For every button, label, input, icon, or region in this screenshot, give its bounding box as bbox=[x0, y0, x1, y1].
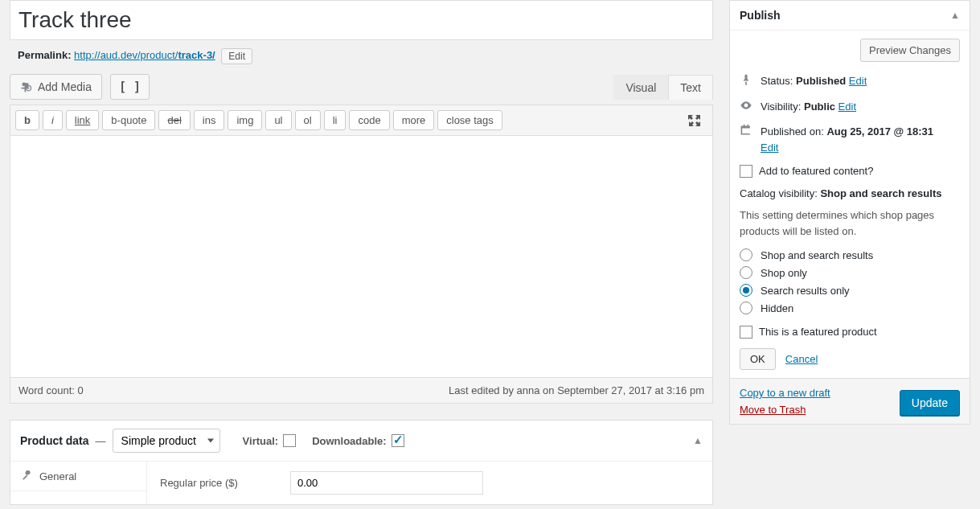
virtual-checkbox[interactable] bbox=[283, 434, 296, 447]
edit-permalink-button[interactable]: Edit bbox=[221, 48, 252, 64]
regular-price-input[interactable] bbox=[290, 471, 483, 495]
tool-bquote[interactable]: b-quote bbox=[102, 110, 155, 130]
radio-label: Shop only bbox=[761, 267, 807, 279]
catalog-visibility-label: Catalog visibility: bbox=[740, 187, 818, 199]
featured-content-label: Add to featured content? bbox=[759, 165, 873, 177]
edit-status-link[interactable]: Edit bbox=[849, 75, 867, 87]
tab-visual[interactable]: Visual bbox=[613, 75, 668, 100]
fullscreen-icon[interactable] bbox=[687, 113, 703, 129]
pin-icon bbox=[740, 73, 754, 88]
cancel-link[interactable]: Cancel bbox=[785, 353, 818, 365]
radio-label: Search results only bbox=[761, 285, 850, 297]
catalog-radio-option[interactable]: Shop only bbox=[740, 266, 960, 279]
tool-more[interactable]: more bbox=[393, 110, 435, 130]
tool-ul[interactable]: ul bbox=[265, 110, 291, 130]
radio-icon[interactable] bbox=[740, 302, 752, 314]
regular-price-label: Regular price ($) bbox=[160, 477, 281, 489]
featured-product-checkbox[interactable] bbox=[740, 326, 752, 339]
publish-box: Publish ▲ Preview Changes Status: Publis… bbox=[729, 0, 970, 425]
ok-button[interactable]: OK bbox=[740, 348, 776, 370]
catalog-visibility-value: Shop and search results bbox=[820, 187, 941, 199]
product-data-box: Product data — Simple product Virtual: D… bbox=[10, 420, 713, 505]
catalog-radio-option[interactable]: Hidden bbox=[740, 302, 960, 314]
add-media-label: Add Media bbox=[38, 80, 92, 93]
downloadable-checkbox[interactable] bbox=[392, 434, 404, 447]
permalink-link[interactable]: http://aud.dev/product/track-3/ bbox=[74, 49, 215, 61]
media-icon bbox=[20, 80, 33, 93]
tool-bold[interactable]: b bbox=[15, 110, 39, 130]
visibility-value: Public bbox=[804, 101, 835, 113]
tool-ol[interactable]: ol bbox=[295, 110, 321, 130]
publish-heading: Publish bbox=[740, 9, 781, 22]
visibility-label: Visibility: bbox=[761, 101, 801, 113]
catalog-radio-option[interactable]: Shop and search results bbox=[740, 248, 960, 261]
eye-icon bbox=[740, 99, 754, 114]
content-textarea[interactable] bbox=[10, 136, 712, 377]
featured-product-label: This is a featured product bbox=[759, 326, 877, 338]
edit-date-link[interactable]: Edit bbox=[761, 142, 778, 154]
svg-point-0 bbox=[22, 82, 26, 86]
update-button[interactable]: Update bbox=[900, 390, 960, 416]
tool-li[interactable]: li bbox=[324, 110, 346, 130]
published-label: Published on: bbox=[761, 125, 824, 138]
tool-close-tags[interactable]: close tags bbox=[437, 110, 502, 130]
calendar-icon bbox=[740, 124, 754, 139]
wrench-icon bbox=[20, 470, 33, 482]
status-value: Published bbox=[796, 75, 846, 87]
collapse-icon[interactable]: ▲ bbox=[950, 10, 960, 21]
tool-italic[interactable]: i bbox=[43, 110, 63, 130]
distraction-free-button[interactable]: [ ] bbox=[110, 74, 150, 100]
permalink-label: Permalink: bbox=[18, 49, 71, 61]
tool-img[interactable]: img bbox=[228, 110, 262, 130]
product-data-heading: Product data bbox=[20, 434, 89, 447]
radio-icon[interactable] bbox=[740, 248, 752, 261]
product-type-select[interactable]: Simple product bbox=[113, 429, 220, 453]
catalog-visibility-desc: This setting determines which shop pages… bbox=[740, 207, 960, 239]
status-label: Status: bbox=[761, 75, 793, 87]
add-media-button[interactable]: Add Media bbox=[10, 74, 102, 100]
word-count-label: Word count: 0 bbox=[18, 384, 84, 396]
virtual-option[interactable]: Virtual: bbox=[243, 434, 297, 447]
copy-draft-link[interactable]: Copy to a new draft bbox=[740, 387, 830, 399]
tool-del[interactable]: del bbox=[158, 110, 190, 130]
tab-text[interactable]: Text bbox=[668, 75, 713, 100]
tool-code[interactable]: code bbox=[349, 110, 389, 130]
collapse-icon[interactable]: ▲ bbox=[693, 435, 703, 446]
downloadable-option[interactable]: Downloadable: bbox=[312, 434, 404, 447]
published-value: Aug 25, 2017 @ 18:31 bbox=[826, 125, 933, 138]
tool-link[interactable]: link bbox=[66, 110, 100, 130]
radio-icon[interactable] bbox=[740, 266, 752, 279]
post-title-input[interactable] bbox=[10, 0, 713, 40]
editor-box: b i link b-quote del ins img ul ol li co… bbox=[10, 105, 713, 404]
catalog-radio-option[interactable]: Search results only bbox=[740, 284, 960, 297]
tool-ins[interactable]: ins bbox=[194, 110, 225, 130]
featured-content-checkbox[interactable] bbox=[740, 165, 752, 178]
last-edited-label: Last edited by anna on September 27, 201… bbox=[449, 384, 704, 396]
radio-label: Shop and search results bbox=[761, 249, 873, 261]
radio-icon[interactable] bbox=[740, 284, 752, 297]
preview-changes-button[interactable]: Preview Changes bbox=[860, 39, 960, 62]
move-to-trash-link[interactable]: Move to Trash bbox=[740, 404, 830, 416]
tab-general[interactable]: General bbox=[10, 462, 146, 491]
permalink-row: Permalink: http://aud.dev/product/track-… bbox=[10, 40, 713, 74]
text-toolbar: b i link b-quote del ins img ul ol li co… bbox=[10, 105, 712, 136]
edit-visibility-link[interactable]: Edit bbox=[839, 101, 856, 113]
radio-label: Hidden bbox=[761, 302, 793, 314]
